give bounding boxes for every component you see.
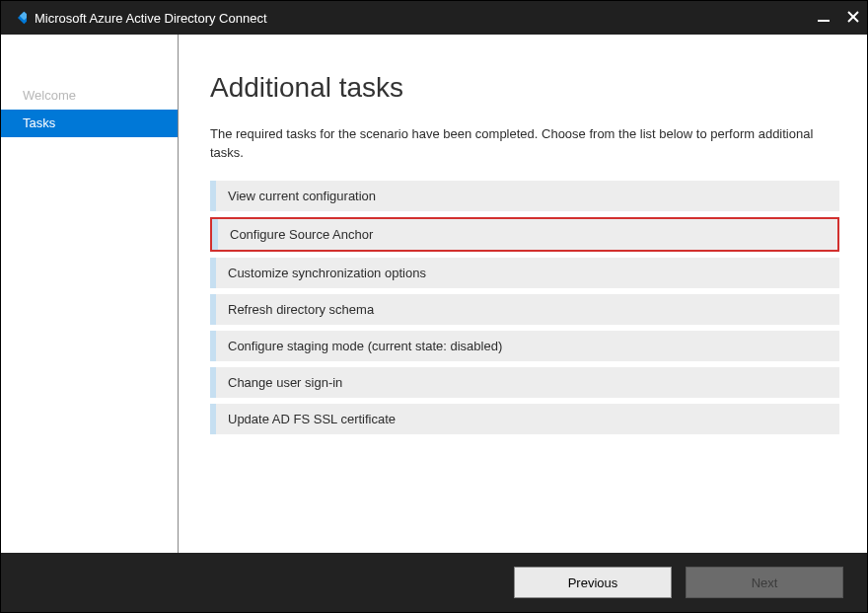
previous-button[interactable]: Previous bbox=[514, 567, 672, 598]
next-button: Next bbox=[686, 567, 843, 598]
window-controls bbox=[818, 10, 859, 26]
task-update-adfs-ssl-certificate[interactable]: Update AD FS SSL certificate bbox=[210, 404, 839, 434]
task-change-user-sign-in[interactable]: Change user sign-in bbox=[210, 367, 839, 398]
task-configure-source-anchor[interactable]: Configure Source Anchor bbox=[210, 217, 839, 252]
task-label: View current configuration bbox=[228, 189, 376, 203]
azure-ad-icon bbox=[9, 9, 27, 27]
page-description: The required tasks for the scenario have… bbox=[210, 125, 839, 163]
content-area: Additional tasks The required tasks for … bbox=[179, 35, 867, 553]
sidebar-item-tasks[interactable]: Tasks bbox=[1, 110, 178, 137]
task-label: Change user sign-in bbox=[228, 375, 342, 390]
task-label: Configure staging mode (current state: d… bbox=[228, 339, 502, 353]
task-customize-synchronization-options[interactable]: Customize synchronization options bbox=[210, 258, 839, 288]
task-label: Refresh directory schema bbox=[228, 302, 374, 317]
task-label: Customize synchronization options bbox=[228, 266, 426, 280]
task-configure-staging-mode[interactable]: Configure staging mode (current state: d… bbox=[210, 331, 839, 361]
close-button[interactable] bbox=[847, 10, 859, 26]
main-area: Welcome Tasks Additional tasks The requi… bbox=[1, 35, 867, 553]
minimize-button[interactable] bbox=[818, 10, 830, 26]
page-heading: Additional tasks bbox=[210, 72, 839, 104]
footer: Previous Next bbox=[1, 553, 867, 612]
sidebar-item-label: Welcome bbox=[23, 88, 76, 103]
task-label: Update AD FS SSL certificate bbox=[228, 412, 396, 426]
sidebar-item-label: Tasks bbox=[23, 115, 55, 130]
task-view-current-configuration[interactable]: View current configuration bbox=[210, 181, 839, 211]
window-title: Microsoft Azure Active Directory Connect bbox=[35, 11, 818, 26]
sidebar-item-welcome[interactable]: Welcome bbox=[1, 82, 178, 110]
task-label: Configure Source Anchor bbox=[230, 225, 373, 244]
task-refresh-directory-schema[interactable]: Refresh directory schema bbox=[210, 294, 839, 325]
titlebar: Microsoft Azure Active Directory Connect bbox=[1, 1, 867, 35]
task-list: View current configuration Configure Sou… bbox=[210, 181, 839, 434]
svg-rect-2 bbox=[818, 20, 830, 22]
sidebar: Welcome Tasks bbox=[1, 35, 179, 553]
